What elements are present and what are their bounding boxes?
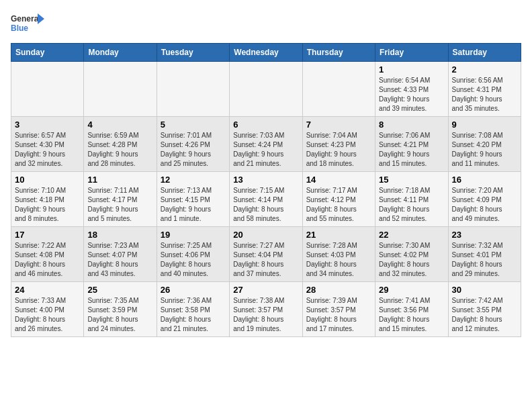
weekday-header-monday: Monday [84,44,157,62]
day-cell-4: 4Sunrise: 6:59 AM Sunset: 4:28 PM Daylig… [84,117,157,172]
day-cell-26: 26Sunrise: 7:36 AM Sunset: 3:58 PM Dayli… [157,282,229,337]
day-cell-22: 22Sunrise: 7:30 AM Sunset: 4:02 PM Dayli… [375,227,448,282]
week-row-2: 3Sunrise: 6:57 AM Sunset: 4:30 PM Daylig… [11,117,521,172]
day-cell-2: 2Sunrise: 6:56 AM Sunset: 4:31 PM Daylig… [448,62,521,117]
day-cell-9: 9Sunrise: 7:08 AM Sunset: 4:20 PM Daylig… [448,117,521,172]
weekday-header-tuesday: Tuesday [157,44,229,62]
week-row-4: 17Sunrise: 7:22 AM Sunset: 4:08 PM Dayli… [11,227,521,282]
day-info: Sunrise: 7:18 AM Sunset: 4:11 PM Dayligh… [379,186,444,224]
day-number: 4 [87,120,152,130]
day-number: 22 [379,230,444,240]
day-number: 27 [233,285,298,295]
day-number: 17 [15,230,80,240]
week-row-3: 10Sunrise: 7:10 AM Sunset: 4:18 PM Dayli… [11,172,521,227]
day-info: Sunrise: 7:08 AM Sunset: 4:20 PM Dayligh… [452,131,517,169]
day-cell-12: 12Sunrise: 7:13 AM Sunset: 4:15 PM Dayli… [157,172,229,227]
day-info: Sunrise: 6:54 AM Sunset: 4:33 PM Dayligh… [379,76,444,113]
logo-svg: GeneralBlue [11,11,44,38]
day-info: Sunrise: 7:32 AM Sunset: 4:01 PM Dayligh… [452,241,517,279]
week-row-1: 1Sunrise: 6:54 AM Sunset: 4:33 PM Daylig… [11,62,521,117]
day-number: 3 [15,120,80,130]
day-cell-25: 25Sunrise: 7:35 AM Sunset: 3:59 PM Dayli… [84,282,157,337]
day-cell-8: 8Sunrise: 7:06 AM Sunset: 4:21 PM Daylig… [375,117,448,172]
day-info: Sunrise: 7:28 AM Sunset: 4:03 PM Dayligh… [306,241,371,279]
day-cell-13: 13Sunrise: 7:15 AM Sunset: 4:14 PM Dayli… [230,172,302,227]
logo: GeneralBlue [11,11,44,38]
day-info: Sunrise: 7:30 AM Sunset: 4:02 PM Dayligh… [379,241,444,279]
day-cell-17: 17Sunrise: 7:22 AM Sunset: 4:08 PM Dayli… [11,227,84,282]
day-number: 20 [233,230,298,240]
day-cell-23: 23Sunrise: 7:32 AM Sunset: 4:01 PM Dayli… [448,227,521,282]
day-cell-16: 16Sunrise: 7:20 AM Sunset: 4:09 PM Dayli… [448,172,521,227]
day-info: Sunrise: 7:25 AM Sunset: 4:06 PM Dayligh… [161,241,226,279]
day-cell-19: 19Sunrise: 7:25 AM Sunset: 4:06 PM Dayli… [157,227,229,282]
week-row-5: 24Sunrise: 7:33 AM Sunset: 4:00 PM Dayli… [11,282,521,337]
day-info: Sunrise: 7:42 AM Sunset: 3:55 PM Dayligh… [452,296,517,334]
empty-cell [302,62,375,117]
day-number: 9 [452,120,517,130]
weekday-header-thursday: Thursday [302,44,375,62]
day-info: Sunrise: 6:59 AM Sunset: 4:28 PM Dayligh… [87,131,152,169]
day-cell-15: 15Sunrise: 7:18 AM Sunset: 4:11 PM Dayli… [375,172,448,227]
day-number: 30 [452,285,517,295]
day-cell-24: 24Sunrise: 7:33 AM Sunset: 4:00 PM Dayli… [11,282,84,337]
day-number: 11 [87,175,152,185]
day-cell-7: 7Sunrise: 7:04 AM Sunset: 4:23 PM Daylig… [302,117,375,172]
day-info: Sunrise: 7:27 AM Sunset: 4:04 PM Dayligh… [233,241,298,279]
day-number: 24 [15,285,80,295]
day-info: Sunrise: 7:03 AM Sunset: 4:24 PM Dayligh… [233,131,298,169]
day-number: 6 [233,120,298,130]
day-number: 25 [87,285,152,295]
page-header: GeneralBlue [11,11,521,38]
svg-text:Blue: Blue [11,24,28,33]
weekday-header-row: SundayMondayTuesdayWednesdayThursdayFrid… [11,44,521,62]
day-cell-18: 18Sunrise: 7:23 AM Sunset: 4:07 PM Dayli… [84,227,157,282]
day-number: 21 [306,230,371,240]
day-number: 1 [379,64,444,75]
day-info: Sunrise: 6:56 AM Sunset: 4:31 PM Dayligh… [452,76,517,113]
day-info: Sunrise: 7:23 AM Sunset: 4:07 PM Dayligh… [87,241,152,279]
empty-cell [84,62,157,117]
empty-cell [230,62,302,117]
day-cell-14: 14Sunrise: 7:17 AM Sunset: 4:12 PM Dayli… [302,172,375,227]
day-info: Sunrise: 7:04 AM Sunset: 4:23 PM Dayligh… [306,131,371,169]
day-info: Sunrise: 7:06 AM Sunset: 4:21 PM Dayligh… [379,131,444,169]
day-cell-6: 6Sunrise: 7:03 AM Sunset: 4:24 PM Daylig… [230,117,302,172]
day-number: 16 [452,175,517,185]
day-number: 8 [379,120,444,130]
weekday-header-friday: Friday [375,44,448,62]
day-number: 28 [306,285,371,295]
empty-cell [11,62,84,117]
day-info: Sunrise: 7:17 AM Sunset: 4:12 PM Dayligh… [306,186,371,224]
day-cell-11: 11Sunrise: 7:11 AM Sunset: 4:17 PM Dayli… [84,172,157,227]
day-cell-1: 1Sunrise: 6:54 AM Sunset: 4:33 PM Daylig… [375,62,448,117]
day-number: 26 [161,285,226,295]
empty-cell [157,62,229,117]
day-info: Sunrise: 7:01 AM Sunset: 4:26 PM Dayligh… [161,131,226,169]
day-cell-10: 10Sunrise: 7:10 AM Sunset: 4:18 PM Dayli… [11,172,84,227]
day-cell-3: 3Sunrise: 6:57 AM Sunset: 4:30 PM Daylig… [11,117,84,172]
day-number: 5 [161,120,226,130]
day-info: Sunrise: 7:15 AM Sunset: 4:14 PM Dayligh… [233,186,298,224]
day-info: Sunrise: 7:11 AM Sunset: 4:17 PM Dayligh… [87,186,152,224]
day-number: 14 [306,175,371,185]
day-info: Sunrise: 7:36 AM Sunset: 3:58 PM Dayligh… [161,296,226,334]
day-info: Sunrise: 7:41 AM Sunset: 3:56 PM Dayligh… [379,296,444,334]
day-cell-30: 30Sunrise: 7:42 AM Sunset: 3:55 PM Dayli… [448,282,521,337]
day-cell-5: 5Sunrise: 7:01 AM Sunset: 4:26 PM Daylig… [157,117,229,172]
day-cell-20: 20Sunrise: 7:27 AM Sunset: 4:04 PM Dayli… [230,227,302,282]
day-info: Sunrise: 7:22 AM Sunset: 4:08 PM Dayligh… [15,241,80,279]
svg-marker-2 [38,13,44,24]
svg-text:General: General [11,14,41,24]
calendar-table: SundayMondayTuesdayWednesdayThursdayFrid… [11,43,521,337]
day-number: 2 [452,64,517,75]
day-info: Sunrise: 7:10 AM Sunset: 4:18 PM Dayligh… [15,186,80,224]
day-cell-27: 27Sunrise: 7:38 AM Sunset: 3:57 PM Dayli… [230,282,302,337]
weekday-header-sunday: Sunday [11,44,84,62]
day-number: 10 [15,175,80,185]
day-number: 23 [452,230,517,240]
day-cell-29: 29Sunrise: 7:41 AM Sunset: 3:56 PM Dayli… [375,282,448,337]
day-info: Sunrise: 6:57 AM Sunset: 4:30 PM Dayligh… [15,131,80,169]
day-info: Sunrise: 7:38 AM Sunset: 3:57 PM Dayligh… [233,296,298,334]
day-number: 18 [87,230,152,240]
